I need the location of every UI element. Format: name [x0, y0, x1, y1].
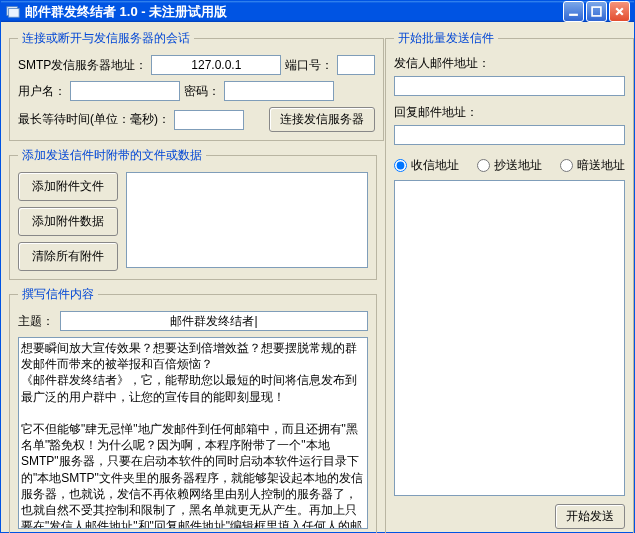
connect-button[interactable]: 连接发信服务器 [269, 107, 375, 132]
client-area: 连接或断开与发信服务器的会话 SMTP发信服务器地址： 端口号： 用户名： 密码… [1, 22, 634, 533]
add-file-button[interactable]: 添加附件文件 [18, 172, 118, 201]
left-column: 连接或断开与发信服务器的会话 SMTP发信服务器地址： 端口号： 用户名： 密码… [9, 30, 377, 533]
radio-bcc[interactable] [560, 159, 573, 172]
maximize-button[interactable] [586, 1, 607, 22]
clear-attach-button[interactable]: 清除所有附件 [18, 242, 118, 271]
connection-legend: 连接或断开与发信服务器的会话 [18, 30, 194, 47]
port-label: 端口号： [285, 57, 333, 74]
pass-label: 密码： [184, 83, 220, 100]
subject-input[interactable] [60, 311, 368, 331]
svg-rect-1 [9, 8, 20, 17]
svg-rect-3 [592, 7, 601, 16]
send-group: 开始批量发送信件 发信人邮件地址： 回复邮件地址： 收信地址 抄送地址 暗送地址… [385, 30, 634, 533]
window-buttons [563, 1, 630, 22]
subject-label: 主题： [18, 313, 54, 330]
attachment-legend: 添加发送信件时附带的文件或数据 [18, 147, 206, 164]
add-data-button[interactable]: 添加附件数据 [18, 207, 118, 236]
compose-legend: 撰写信件内容 [18, 286, 98, 303]
right-column: 开始批量发送信件 发信人邮件地址： 回复邮件地址： 收信地址 抄送地址 暗送地址… [385, 30, 634, 533]
connection-group: 连接或断开与发信服务器的会话 SMTP发信服务器地址： 端口号： 用户名： 密码… [9, 30, 384, 141]
from-input[interactable] [394, 76, 625, 96]
radio-bcc-label[interactable]: 暗送地址 [560, 157, 625, 174]
send-legend: 开始批量发送信件 [394, 30, 498, 47]
titlebar[interactable]: 邮件群发终结者 1.0 - 未注册试用版 [1, 1, 634, 22]
timeout-input[interactable] [174, 110, 244, 130]
compose-group: 撰写信件内容 主题： 想要瞬间放大宣传效果？想要达到倍增效益？想要摆脱常规的群发… [9, 286, 377, 533]
port-input[interactable] [337, 55, 375, 75]
reply-label: 回复邮件地址： [394, 104, 625, 121]
user-label: 用户名： [18, 83, 66, 100]
reply-input[interactable] [394, 125, 625, 145]
window-title: 邮件群发终结者 1.0 - 未注册试用版 [25, 3, 563, 21]
attachment-list[interactable] [126, 172, 368, 268]
pass-input[interactable] [224, 81, 334, 101]
send-button[interactable]: 开始发送 [555, 504, 625, 529]
minimize-button[interactable] [563, 1, 584, 22]
radio-to[interactable] [394, 159, 407, 172]
address-type-radios: 收信地址 抄送地址 暗送地址 [394, 157, 625, 174]
recipients-textarea[interactable] [394, 180, 625, 496]
radio-to-label[interactable]: 收信地址 [394, 157, 459, 174]
timeout-label: 最长等待时间(单位：毫秒)： [18, 111, 170, 128]
svg-rect-2 [569, 14, 578, 16]
user-input[interactable] [70, 81, 180, 101]
attachment-group: 添加发送信件时附带的文件或数据 添加附件文件 添加附件数据 清除所有附件 [9, 147, 377, 280]
app-icon [5, 4, 21, 20]
smtp-input[interactable] [151, 55, 281, 75]
radio-cc-label[interactable]: 抄送地址 [477, 157, 542, 174]
smtp-label: SMTP发信服务器地址： [18, 57, 147, 74]
radio-cc[interactable] [477, 159, 490, 172]
body-textarea[interactable]: 想要瞬间放大宣传效果？想要达到倍增效益？想要摆脱常规的群发邮件而带来的被举报和百… [18, 337, 368, 529]
app-window: 邮件群发终结者 1.0 - 未注册试用版 连接或断开与发信服务器的会话 SMTP… [0, 0, 635, 533]
close-button[interactable] [609, 1, 630, 22]
from-label: 发信人邮件地址： [394, 55, 625, 72]
